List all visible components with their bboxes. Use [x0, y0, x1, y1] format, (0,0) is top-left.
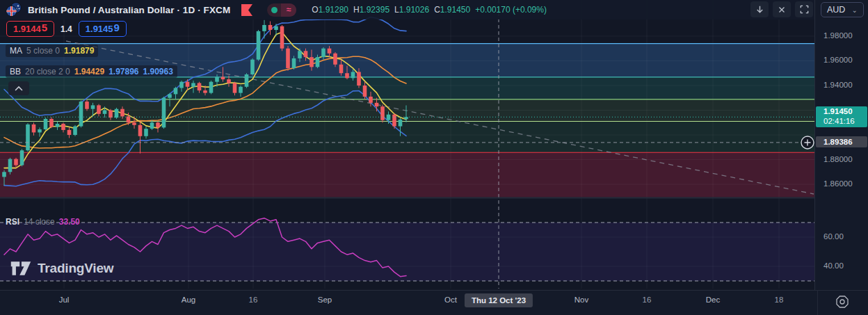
maximize-frame-icon	[799, 4, 810, 15]
rsi-value: 33.50	[59, 217, 80, 227]
candle-body	[215, 77, 219, 82]
tradingview-chart-window: British Pound / Australian Dollar · 1D ·…	[0, 0, 868, 315]
candle-body	[120, 109, 124, 117]
candle-body	[56, 124, 60, 127]
candle-body	[108, 111, 113, 118]
candle-body	[20, 150, 24, 165]
candle-body	[221, 77, 225, 80]
candle-body	[357, 72, 361, 86]
candle-body	[186, 82, 190, 87]
price-scale-label: 1.96000	[823, 56, 853, 64]
price-chart-canvas[interactable]	[0, 0, 814, 289]
candle-body	[2, 172, 6, 177]
time-axis-tick: Dec	[706, 296, 720, 304]
bar-close-countdown: 02:41:16	[823, 117, 867, 127]
candle-body	[233, 83, 237, 92]
currency-dropdown[interactable]: AUD⌄	[821, 2, 864, 17]
arrow-down-icon	[755, 4, 765, 15]
buy-sell-row: 1.91445 1.4 1.91459	[6, 21, 127, 37]
market-status-pill[interactable]: ≈	[267, 3, 296, 17]
collapse-legend-button[interactable]	[8, 81, 29, 95]
price-scale[interactable]: AUD⌄ 1.980001.960001.940001.920001.88000…	[815, 0, 868, 289]
candle-body	[73, 127, 77, 135]
ma-indicator-legend[interactable]: MA 5 close 0 1.91879	[6, 45, 98, 57]
crosshair-date-badge: Thu 12 Oct '23	[465, 293, 533, 307]
candle-body	[268, 25, 273, 30]
pane-close-button[interactable]	[773, 1, 791, 17]
candle-body	[144, 129, 148, 136]
market-open-dot-icon	[271, 7, 278, 13]
currency-pair-flags-icon	[6, 2, 22, 17]
pane-controls	[750, 1, 813, 17]
delayed-data-icon: ≈	[281, 3, 296, 17]
candle-body	[257, 31, 261, 60]
candle-body	[198, 83, 202, 90]
candle-body	[179, 82, 184, 88]
candle-body	[286, 49, 290, 68]
candle-body	[262, 25, 266, 31]
spread-value: 1.4	[61, 24, 72, 34]
scale-border[interactable]	[814, 0, 815, 290]
time-axis-tick: Sep	[318, 296, 332, 304]
ohlc-readout: O1.91280 H1.92395 L1.91026 C1.91450 +0.0…	[312, 5, 547, 15]
tradingview-logo[interactable]: TradingView	[10, 260, 113, 277]
price-scale-label: 1.94000	[823, 81, 853, 89]
bb-indicator-legend[interactable]: BB 20 close 2 0 1.94429 1.97896 1.90963	[6, 65, 177, 78]
candle-body	[369, 97, 373, 103]
zone-green-lower	[0, 121, 814, 152]
octagon-clock-icon	[835, 294, 850, 309]
candle-body	[227, 79, 231, 83]
candle-body	[203, 90, 207, 93]
candle-body	[304, 51, 308, 57]
candle-body	[91, 105, 95, 108]
candle-body	[245, 74, 249, 87]
pane-divider	[0, 197, 814, 199]
timezone-settings-button[interactable]	[833, 293, 851, 311]
candle-body	[339, 65, 344, 73]
candle-body	[115, 109, 119, 118]
zone-green-upper	[0, 77, 814, 99]
candle-body	[61, 124, 65, 130]
axis-corner-divider	[817, 290, 818, 315]
candle-body	[380, 106, 385, 120]
change-readout: +0.00170 (+0.09%)	[475, 5, 547, 15]
candle-body	[32, 124, 36, 133]
candle-body	[67, 130, 72, 135]
last-price-badge: 1.91450 02:41:16	[816, 106, 867, 127]
time-axis[interactable]: Thu 12 Oct '23 JulAug16SepOctNov16Dec18	[0, 290, 868, 315]
candle-body	[44, 119, 48, 129]
candle-body	[138, 125, 143, 136]
time-axis-tick: 18	[775, 296, 784, 304]
candle-body	[8, 159, 13, 172]
fxcm-broker-icon[interactable]	[241, 4, 253, 16]
candle-body	[79, 102, 83, 127]
time-axis-tick: Nov	[574, 296, 588, 304]
plus-circle-icon	[800, 135, 815, 150]
symbol-title[interactable]: British Pound / Australian Dollar · 1D ·…	[28, 5, 230, 15]
candle-body	[333, 54, 337, 65]
close-x-icon	[777, 5, 787, 15]
candle-body	[150, 122, 154, 129]
pane-move-down-button[interactable]	[750, 1, 769, 17]
bb-basis-value: 1.94429	[74, 67, 104, 76]
candle-body	[191, 83, 195, 86]
candle-body	[328, 49, 332, 54]
candle-body	[292, 58, 296, 68]
candle-body	[132, 122, 136, 125]
candle-body	[274, 26, 278, 30]
candle-body	[156, 122, 160, 127]
rsi-scale-label: 40.00	[823, 261, 844, 270]
add-alert-plus-button[interactable]	[800, 135, 815, 150]
time-axis-tick: Oct	[444, 296, 457, 304]
sell-button[interactable]: 1.91445	[6, 21, 54, 37]
candle-body	[49, 119, 54, 127]
bb-lower-value: 1.90963	[143, 67, 173, 76]
candle-body	[162, 98, 166, 128]
rsi-indicator-legend[interactable]: RSI 14 close 33.50	[6, 217, 80, 227]
buy-button[interactable]: 1.91459	[79, 21, 127, 37]
candle-body	[250, 60, 255, 74]
pane-maximize-button[interactable]	[795, 1, 813, 17]
price-scale-label: 1.88000	[823, 155, 853, 163]
bb-upper-value: 1.97896	[108, 67, 138, 76]
time-axis-tick: Aug	[182, 296, 195, 304]
